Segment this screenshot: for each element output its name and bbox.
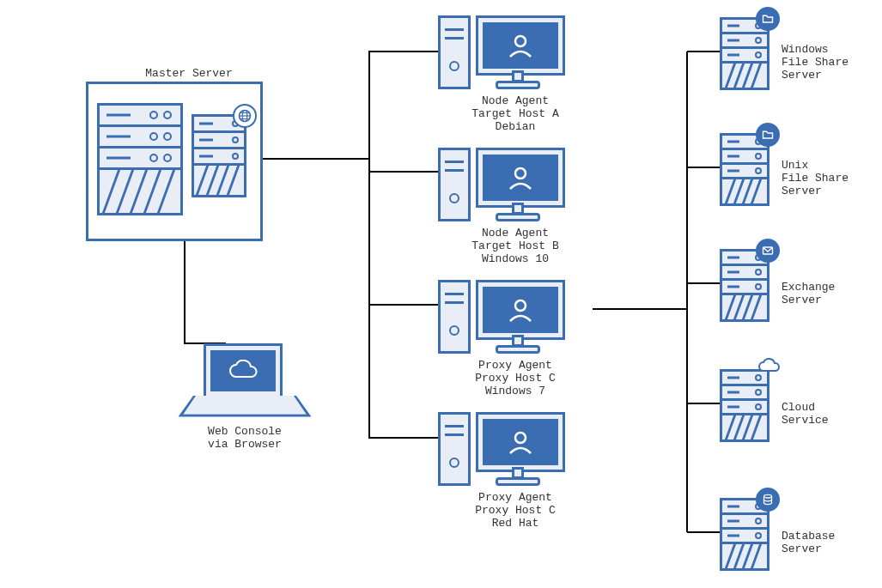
user-icon xyxy=(506,427,535,457)
master-server-group xyxy=(86,82,263,241)
svg-point-7 xyxy=(515,300,526,311)
web-server-icon xyxy=(192,114,246,197)
user-icon xyxy=(506,163,535,192)
folder-icon xyxy=(756,7,780,31)
agent-a-label: Node Agent Target Host A Debian xyxy=(438,94,593,133)
master-server-title: Master Server xyxy=(112,67,266,80)
workstation-icon xyxy=(438,412,593,491)
server-icon xyxy=(720,17,769,90)
server-icon xyxy=(720,133,769,206)
database-label: Database Server xyxy=(782,530,835,555)
cloud-icon xyxy=(210,350,276,391)
cloud-icon xyxy=(756,357,782,374)
workstation-icon xyxy=(438,15,593,94)
cloud-label: Cloud Service xyxy=(782,401,829,427)
svg-point-5 xyxy=(515,36,526,46)
agent-d-label: Proxy Agent Proxy Host C Red Hat xyxy=(438,491,593,530)
unix-fs-label: Unix File Share Server xyxy=(782,159,849,197)
server-rack-icon xyxy=(97,103,183,215)
laptop-icon xyxy=(193,343,296,421)
exchange-label: Exchange Server xyxy=(782,281,835,306)
svg-point-10 xyxy=(764,494,772,498)
server-icon xyxy=(720,498,769,571)
workstation-icon xyxy=(438,280,593,359)
user-icon xyxy=(506,31,535,60)
server-icon xyxy=(720,249,769,322)
globe-icon xyxy=(233,104,257,128)
server-icon xyxy=(720,369,769,442)
web-console-label: Web Console via Browser xyxy=(193,425,296,451)
database-icon xyxy=(756,488,780,512)
workstation-icon xyxy=(438,148,593,227)
svg-point-6 xyxy=(515,168,526,179)
folder-icon xyxy=(756,123,780,147)
windows-fs-label: Windows File Share Server xyxy=(782,43,849,82)
svg-point-8 xyxy=(515,433,526,443)
agent-b-label: Node Agent Target Host B Windows 10 xyxy=(438,227,593,265)
mail-icon xyxy=(756,239,780,263)
agent-c-label: Proxy Agent Proxy Host C Windows 7 xyxy=(438,359,593,397)
user-icon xyxy=(506,295,535,324)
